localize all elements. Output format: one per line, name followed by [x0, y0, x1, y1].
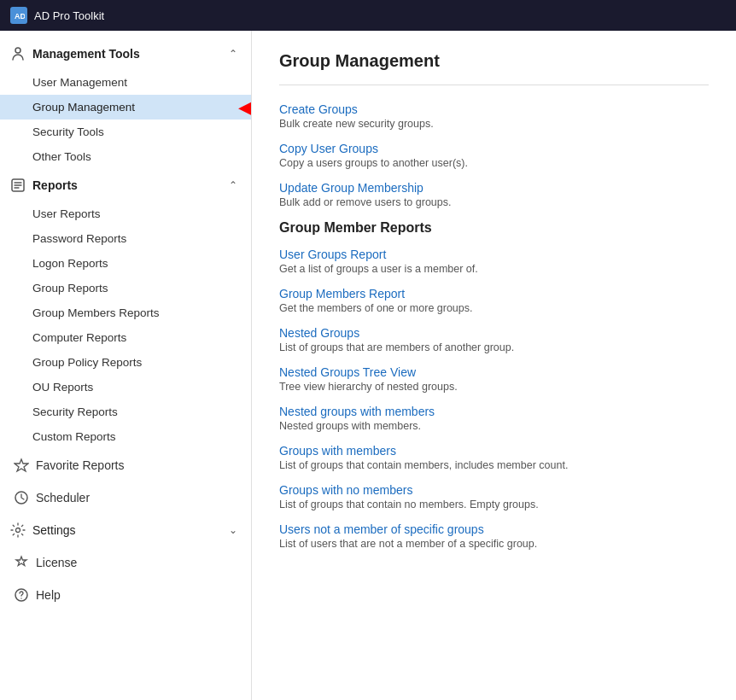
nav-section-management[interactable]: Management Tools ⌃: [0, 38, 251, 70]
red-arrow-indicator: ◀: [238, 96, 252, 119]
nav-item-password-reports[interactable]: Password Reports: [0, 226, 251, 251]
report-nested-with-members[interactable]: Nested groups with members Nested groups…: [279, 405, 709, 432]
nav-section-reports[interactable]: Reports ⌃: [0, 169, 251, 201]
management-icon: [10, 46, 26, 61]
svg-point-2: [15, 48, 20, 53]
help-icon: [14, 587, 29, 603]
report-nested-groups-tree-desc: Tree view hierarchy of nested groups.: [279, 381, 709, 393]
scheduler-icon: [14, 490, 29, 505]
report-user-groups-desc: Get a list of groups a user is a member …: [279, 263, 709, 275]
report-groups-no-members-desc: List of groups that contain no members. …: [279, 499, 709, 510]
report-users-not-member[interactable]: Users not a member of specific groups Li…: [279, 522, 709, 550]
settings-chevron: ⌄: [229, 524, 237, 536]
action-copy-user-groups-title[interactable]: Copy User Groups: [279, 142, 709, 155]
nav-item-logon-reports[interactable]: Logon Reports: [0, 251, 251, 276]
reports-items: User Reports Password Reports Logon Repo…: [0, 201, 251, 449]
report-nested-groups-title[interactable]: Nested Groups: [279, 326, 709, 340]
license-label: License: [36, 556, 77, 569]
nav-favorite-reports[interactable]: Favorite Reports: [0, 449, 251, 481]
nav-item-user-reports[interactable]: User Reports: [0, 201, 251, 226]
management-tools-items: User Management Group Management ◀ Secur…: [0, 70, 251, 169]
nav-item-custom-reports[interactable]: Custom Reports: [0, 424, 251, 449]
sidebar: Management Tools ⌃ User Management Group…: [0, 31, 252, 700]
reports-icon: [10, 178, 26, 193]
report-users-not-member-desc: List of users that are not a member of a…: [279, 538, 709, 550]
settings-label: Settings: [32, 523, 76, 537]
nav-item-other-tools[interactable]: Other Tools: [0, 144, 251, 169]
action-update-membership-desc: Bulk add or remove users to groups.: [279, 196, 709, 208]
report-groups-with-members-desc: List of groups that contain members, inc…: [279, 459, 709, 471]
nav-item-group-management[interactable]: Group Management ◀: [0, 95, 251, 120]
nav-item-group-policy-reports[interactable]: Group Policy Reports: [0, 350, 251, 375]
report-group-members-desc: Get the members of one or more groups.: [279, 302, 709, 314]
report-groups-with-members-title[interactable]: Groups with members: [279, 444, 709, 458]
page-title: Group Management: [279, 51, 709, 71]
action-create-groups-desc: Bulk create new security groups.: [279, 118, 709, 130]
group-member-reports-heading: Group Member Reports: [279, 220, 709, 236]
action-create-groups-title[interactable]: Create Groups: [279, 102, 709, 116]
svg-marker-4: [15, 459, 28, 471]
member-report-items: User Groups Report Get a list of groups …: [279, 248, 709, 550]
report-nested-with-members-title[interactable]: Nested groups with members: [279, 405, 709, 418]
reports-label: Reports: [32, 178, 78, 192]
report-group-members-title[interactable]: Group Members Report: [279, 287, 709, 300]
nav-item-user-management[interactable]: User Management: [0, 70, 251, 95]
license-icon: [14, 555, 29, 570]
action-copy-user-groups[interactable]: Copy User Groups Copy a users groups to …: [279, 142, 709, 169]
scheduler-label: Scheduler: [36, 491, 90, 505]
nav-item-ou-reports[interactable]: OU Reports: [0, 375, 251, 400]
report-groups-with-members[interactable]: Groups with members List of groups that …: [279, 444, 709, 471]
svg-point-6: [16, 528, 20, 533]
management-chevron: ⌃: [229, 48, 237, 60]
app-title: AD Pro Toolkit: [34, 9, 104, 22]
report-groups-no-members[interactable]: Groups with no members List of groups th…: [279, 483, 709, 510]
report-user-groups[interactable]: User Groups Report Get a list of groups …: [279, 248, 709, 275]
help-label: Help: [36, 588, 61, 602]
favorite-icon: [14, 458, 29, 473]
action-update-group-membership[interactable]: Update Group Membership Bulk add or remo…: [279, 181, 709, 208]
nav-license[interactable]: License: [0, 546, 251, 579]
nav-item-group-reports[interactable]: Group Reports: [0, 276, 251, 300]
app-icon: AD: [10, 7, 27, 24]
content-area: Group Management Create Groups Bulk crea…: [252, 31, 736, 700]
divider-1: [279, 85, 709, 85]
report-nested-groups-tree-title[interactable]: Nested Groups Tree View: [279, 365, 709, 379]
reports-chevron: ⌃: [229, 179, 237, 191]
main-layout: Management Tools ⌃ User Management Group…: [0, 31, 736, 700]
report-group-members[interactable]: Group Members Report Get the members of …: [279, 287, 709, 314]
management-actions: Create Groups Bulk create new security g…: [279, 102, 709, 208]
report-users-not-member-title[interactable]: Users not a member of specific groups: [279, 522, 709, 536]
management-tools-label: Management Tools: [32, 47, 140, 61]
report-nested-groups[interactable]: Nested Groups List of groups that are me…: [279, 326, 709, 353]
report-nested-groups-desc: List of groups that are members of anoth…: [279, 341, 709, 353]
nav-item-group-members-reports[interactable]: Group Members Reports: [0, 300, 251, 325]
report-nested-with-members-desc: Nested groups with members.: [279, 420, 709, 432]
action-copy-user-groups-desc: Copy a users groups to another user(s).: [279, 157, 709, 169]
nav-item-security-tools[interactable]: Security Tools: [0, 120, 251, 144]
svg-text:AD: AD: [15, 12, 25, 20]
report-groups-no-members-title[interactable]: Groups with no members: [279, 483, 709, 497]
nav-help[interactable]: Help: [0, 579, 251, 611]
action-update-membership-title[interactable]: Update Group Membership: [279, 181, 709, 195]
settings-icon: [10, 522, 26, 538]
nav-item-security-reports[interactable]: Security Reports: [0, 400, 251, 424]
svg-point-8: [20, 598, 21, 598]
report-user-groups-title[interactable]: User Groups Report: [279, 248, 709, 261]
nav-scheduler[interactable]: Scheduler: [0, 481, 251, 514]
topbar: AD AD Pro Toolkit: [0, 0, 736, 31]
favorite-reports-label: Favorite Reports: [36, 458, 124, 472]
nav-settings[interactable]: Settings ⌄: [0, 514, 251, 546]
report-nested-groups-tree[interactable]: Nested Groups Tree View Tree view hierar…: [279, 365, 709, 393]
action-create-groups[interactable]: Create Groups Bulk create new security g…: [279, 102, 709, 130]
nav-item-computer-reports[interactable]: Computer Reports: [0, 325, 251, 350]
